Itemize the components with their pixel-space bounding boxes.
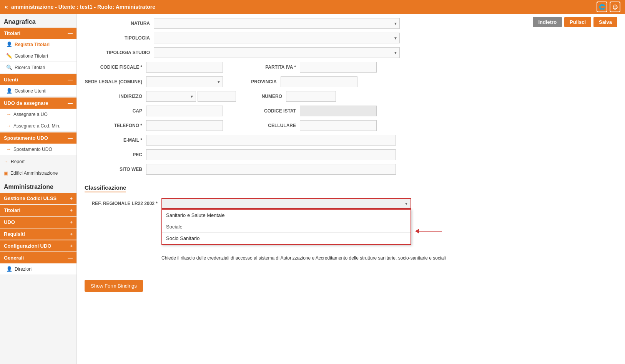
sidebar-item-direzioni[interactable]: 👤 Direzioni bbox=[0, 263, 76, 275]
partita-iva-input[interactable] bbox=[300, 62, 377, 73]
dropdown-option-sanitario[interactable]: Sanitario e Salute Mentale bbox=[162, 210, 411, 221]
sidebar-item-label: Gestione Titolari bbox=[15, 53, 48, 59]
sidebar-plain-label: Edifici Amministrazione bbox=[10, 170, 58, 176]
ref-select-box[interactable] bbox=[161, 198, 411, 209]
sede-legale-select-wrapper bbox=[146, 76, 223, 87]
codice-istat-input[interactable] bbox=[300, 106, 377, 116]
indirizzo-select-wrapper bbox=[146, 91, 196, 102]
indirizzo-text-input[interactable] bbox=[198, 91, 236, 102]
sidebar-item-spostamento-udo[interactable]: → Spostamento UDO bbox=[0, 144, 76, 155]
sidebar-item-edifici[interactable]: ▣ Edifici Amministrazione bbox=[0, 167, 76, 179]
cap-label: CAP bbox=[85, 108, 146, 114]
cap-input[interactable] bbox=[146, 106, 223, 116]
sidebar-item-registra-titolari[interactable]: 👤 Registra Titolari bbox=[0, 39, 76, 50]
building-icon: ▣ bbox=[4, 170, 8, 176]
sidebar-group-utenti: Utenti — 👤 Gestione Utenti bbox=[0, 74, 76, 97]
arrow-annotation bbox=[415, 229, 442, 233]
arrow-icon: → bbox=[4, 159, 8, 164]
sidebar-anagrafica-title: Anagrafica bbox=[0, 14, 76, 28]
globe-button[interactable]: 🌐 bbox=[597, 2, 607, 12]
sidebar-group-label-titolari: Titolari bbox=[4, 30, 20, 36]
sidebar-item-label: Gestione Utenti bbox=[15, 88, 47, 94]
person-icon: 👤 bbox=[6, 41, 12, 47]
sidebar-group-spostamento: Spostamento UDO — → Spostamento UDO bbox=[0, 132, 76, 155]
sede-legale-select[interactable] bbox=[146, 76, 223, 87]
sidebar-group-label: Gestione Codici ULSS bbox=[4, 195, 57, 201]
sidebar-group-header-configurazioni[interactable]: Configurazioni UDO + bbox=[0, 240, 76, 251]
sidebar-item-ricerca-titolari[interactable]: 🔍 Ricerca Titolari bbox=[0, 62, 76, 73]
sidebar-group-collapse-icon: — bbox=[68, 77, 73, 83]
pec-label: PEC bbox=[85, 152, 146, 157]
sidebar-group-configurazioni: Configurazioni UDO + bbox=[0, 240, 76, 251]
sidebar-item-gestione-utenti[interactable]: 👤 Gestione Utenti bbox=[0, 85, 76, 97]
telefono-label: TELEFONO * bbox=[85, 123, 146, 128]
dropdown-option-sociale[interactable]: Sociale bbox=[162, 221, 411, 233]
email-input[interactable] bbox=[146, 135, 396, 146]
show-form-bindings-button[interactable]: Show Form Bindings bbox=[85, 280, 143, 292]
sidebar-group-header-udo2[interactable]: UDO + bbox=[0, 217, 76, 228]
email-label: E-MAIL * bbox=[85, 137, 146, 143]
classificazione-section-title: Classificazione bbox=[85, 184, 126, 192]
tipologia-select[interactable] bbox=[154, 33, 400, 43]
telefono-cellulare-row: TELEFONO * CELLULARE bbox=[85, 120, 617, 131]
sidebar-group-udo2: UDO + bbox=[0, 217, 76, 228]
sito-web-input[interactable] bbox=[146, 164, 396, 175]
partita-iva-label: PARTITA IVA * bbox=[238, 65, 300, 70]
sidebar-group-titolari: Titolari — 👤 Registra Titolari ✏️ Gestio… bbox=[0, 28, 76, 73]
form-area: Indietro Pulisci Salva NATURA TIPOLOGIA bbox=[77, 14, 625, 299]
sidebar-amministrazione-title: Amministrazione bbox=[0, 179, 76, 193]
sidebar-group-label-utenti: Utenti bbox=[4, 77, 18, 83]
action-buttons: Indietro Pulisci Salva bbox=[533, 17, 617, 27]
sidebar-group-expand-icon: + bbox=[70, 195, 73, 201]
numero-input[interactable] bbox=[286, 91, 336, 102]
sidebar-group-header-titolari[interactable]: Titolari — bbox=[0, 28, 76, 39]
provincia-input[interactable] bbox=[281, 76, 357, 87]
pulisci-button[interactable]: Pulisci bbox=[564, 17, 591, 27]
codice-fiscale-input[interactable] bbox=[146, 62, 223, 73]
natura-select-wrapper bbox=[154, 18, 400, 29]
sito-web-row: SITO WEB bbox=[85, 164, 617, 175]
sidebar-group-label: Configurazioni UDO bbox=[4, 243, 52, 249]
salva-button[interactable]: Salva bbox=[593, 17, 617, 27]
sidebar-group-header-requisiti[interactable]: Requisiti + bbox=[0, 228, 76, 240]
sidebar-group-collapse-icon: — bbox=[68, 255, 73, 261]
arrow-head-icon bbox=[415, 229, 419, 233]
pec-input[interactable] bbox=[146, 149, 396, 160]
sidebar-group-header-gestione[interactable]: Gestione Codici ULSS + bbox=[0, 193, 76, 204]
collapse-icon[interactable]: « bbox=[5, 3, 8, 10]
tipologia-select-wrapper bbox=[154, 33, 400, 43]
arrow-icon: → bbox=[6, 146, 11, 152]
sidebar-group-header-udo[interactable]: UDO da assegnare — bbox=[0, 98, 76, 109]
power-button[interactable]: ⏻ bbox=[610, 2, 620, 12]
sidebar-item-label: Ricerca Titolari bbox=[15, 65, 45, 70]
sidebar-group-header-generali[interactable]: Generali — bbox=[0, 252, 76, 263]
sidebar-plain-label: Report bbox=[11, 159, 25, 164]
indirizzo-select[interactable] bbox=[146, 91, 196, 102]
sidebar-item-assegnare-cod[interactable]: → Assegnare a Cod. Min. bbox=[0, 120, 76, 132]
sidebar-group-header-titolari2[interactable]: Titolari + bbox=[0, 205, 76, 216]
tipologia-studio-select[interactable] bbox=[154, 47, 400, 58]
sidebar-group-items-generali: 👤 Direzioni bbox=[0, 263, 76, 275]
indirizzo-row: INDIRIZZO NUMERO bbox=[85, 91, 617, 102]
sidebar-item-gestione-titolari[interactable]: ✏️ Gestione Titolari bbox=[0, 50, 76, 62]
sidebar-group-expand-icon: + bbox=[70, 231, 73, 237]
codice-fiscale-label: CODICE FISCALE * bbox=[85, 65, 146, 70]
sidebar-group-label: Requisiti bbox=[4, 231, 25, 237]
sidebar-group-label: Generali bbox=[4, 255, 24, 261]
sito-web-label: SITO WEB bbox=[85, 167, 146, 172]
sidebar-group-expand-icon: + bbox=[70, 219, 73, 225]
codice-istat-label: CODICE ISTAT bbox=[238, 108, 300, 114]
sidebar-item-report[interactable]: → Report bbox=[0, 156, 76, 167]
sidebar: Anagrafica Titolari — 👤 Registra Titolar… bbox=[0, 14, 77, 364]
sidebar-group-header-spostamento[interactable]: Spostamento UDO — bbox=[0, 132, 76, 144]
sidebar-group-generali: Generali — 👤 Direzioni bbox=[0, 252, 76, 275]
app-title: amministrazione - Utente : test1 - Ruolo… bbox=[11, 4, 155, 10]
sidebar-item-assegnare-uo[interactable]: → Assegnare a UO bbox=[0, 109, 76, 120]
sidebar-group-header-utenti[interactable]: Utenti — bbox=[0, 74, 76, 85]
cellulare-input[interactable] bbox=[300, 120, 377, 131]
natura-select[interactable] bbox=[154, 18, 400, 29]
indietro-button[interactable]: Indietro bbox=[533, 17, 562, 27]
telefono-input[interactable] bbox=[146, 120, 223, 131]
tipologia-studio-select-wrapper bbox=[154, 47, 400, 58]
dropdown-option-socio-sanitario[interactable]: Socio Sanitario bbox=[162, 233, 411, 244]
